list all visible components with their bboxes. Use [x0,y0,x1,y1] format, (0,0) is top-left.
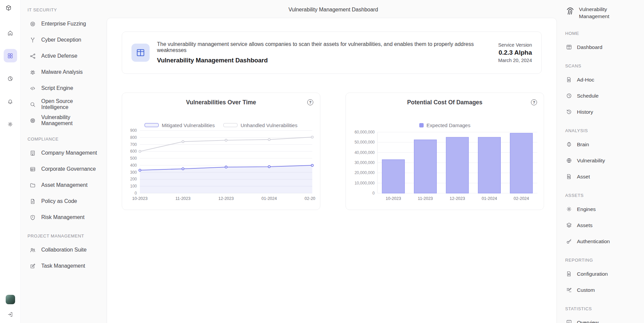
section-header: HOME [565,31,644,36]
nav-item-ad-hoc[interactable]: Ad-Hoc [565,72,644,88]
chart-header: Potential Cost Of Damages ? [351,99,538,106]
sidebar-item-collaboration-suite[interactable]: Collaboration Suite [27,242,101,258]
svg-text:400: 400 [130,163,137,168]
help-icon[interactable]: ? [307,99,313,105]
pie-chart-icon[interactable] [4,72,17,85]
sidebar-item-corporate-governance[interactable]: Corporate Governance [27,161,101,177]
settings-gear-icon[interactable] [4,117,17,131]
nav-item-schedule[interactable]: Schedule [565,88,644,104]
nav-item-label: Schedule [577,93,599,99]
gear-icon [566,206,572,212]
nav-item-engines[interactable]: Engines [565,201,644,217]
rail-bottom [4,295,16,320]
target-rings-icon [30,117,36,124]
nav-item-label: Overview [577,320,599,323]
sidebar-item-label: Policy as Code [41,198,77,204]
svg-text:0: 0 [372,191,375,196]
sidebar-item-asset-management[interactable]: Asset Management [27,177,101,193]
svg-text:40,000,000: 40,000,000 [355,150,375,155]
svg-text:02-2024: 02-2024 [305,196,315,201]
page-title: Vulnerability Management Dashboard [105,0,562,18]
logout-glyph [7,311,13,318]
sidebar-item-label: Collaboration Suite [41,247,87,253]
user-avatar[interactable] [6,295,15,304]
svg-text:300: 300 [130,170,137,175]
banner-description: The vulnerability management service all… [157,41,491,53]
app-root: IT SECURITY Enterprise Fuzzing Cyber Dec… [0,0,644,323]
svg-text:12-2023: 12-2023 [218,196,234,201]
section-header: ANALYSIS [565,128,644,133]
table-icon [30,166,36,172]
help-icon[interactable]: ? [531,99,537,105]
nav-item-label: History [577,109,593,115]
nav-item-asset[interactable]: Asset [565,169,644,185]
section-header: PROJECT MANAGEMENT [28,233,101,238]
svg-text:0: 0 [135,191,137,196]
sidebar-item-label: Enterprise Fuzzing [41,21,86,27]
nav-item-overview[interactable]: Overview [565,315,644,323]
sidebar-item-vulnerability-management[interactable]: Vulnerability Management [27,112,101,128]
content-card: The vulnerability management service all… [107,18,557,323]
section-header: ASSETS [565,193,644,198]
sidebar-item-open-source-intelligence[interactable]: Open Source Intelligence [27,96,101,112]
globe-icon [566,157,572,164]
dashboard-grid-icon[interactable] [4,49,17,62]
nav-item-dashboard[interactable]: Dashboard [565,39,644,55]
nav-item-configuration[interactable]: Configuration [565,266,644,282]
sidebar-item-company-management[interactable]: Company Management [27,145,101,161]
pie-glyph [7,75,13,82]
brand-title: Vulnerability Management [579,6,619,20]
grid-glyph [7,53,13,59]
nav-item-brain[interactable]: Brain [565,137,644,153]
svg-text:30,000,000: 30,000,000 [355,160,375,165]
svg-text:700: 700 [130,142,137,147]
svg-text:800: 800 [130,135,137,140]
nav-item-history[interactable]: History [565,104,644,120]
dashboard-columns-icon [566,44,572,50]
sidebar-item-cyber-deception[interactable]: Cyber Deception [27,32,101,48]
nav-item-assets[interactable]: Assets [565,217,644,233]
nav-item-authentication[interactable]: Authentication [565,233,644,250]
section-header: REPORTING [565,258,644,263]
service-version-label: Service Version [498,42,532,48]
gear-glyph [7,121,13,127]
notifications-bell-icon[interactable] [4,95,17,108]
edit-icon [30,263,36,269]
sidebar-item-policy-as-code[interactable]: Policy as Code [27,193,101,209]
nav-item-label: Dashboard [577,44,602,50]
pen-icon [566,287,572,293]
bar-chart-card: Potential Cost Of Damages ? Expected Dam… [345,93,544,210]
sidebar-item-task-management[interactable]: Task Management [27,258,101,274]
svg-text:10,000,000: 10,000,000 [355,181,375,185]
banner-title: Vulnerability Management Dashboard [157,57,491,64]
sidebar-section-it-security: IT SECURITY Enterprise Fuzzing Cyber Dec… [27,7,101,128]
home-icon[interactable] [4,26,17,40]
nav-item-label: Asset [577,174,590,180]
folder-icon [30,182,36,189]
layers-icon [566,222,572,228]
main-content: Vulnerability Management Dashboard The v… [105,0,562,323]
service-version-block: Service Version 0.2.3 Alpha March 20, 20… [498,42,532,63]
line-chart-legend: Mitigated Vulnerabilities Unhandled Vuln… [127,122,315,128]
nav-item-vulnerability[interactable]: Vulnerability [565,153,644,169]
nav-item-custom[interactable]: Custom [565,282,644,298]
search-icon [30,101,36,108]
sidebar-item-risk-management[interactable]: Risk Management [27,209,101,225]
clock-icon [566,93,572,99]
target-icon [30,21,36,27]
sidebar-item-active-defense[interactable]: Active Defense [27,48,101,64]
sidebar-item-malware-analysis[interactable]: Malware Analysis [27,64,101,80]
nav-item-label: Engines [577,206,596,212]
nav-section-reporting: REPORTING Configuration Custom [565,258,644,298]
legend-item: Expected Damages [419,122,471,128]
svg-text:900: 900 [130,128,137,133]
sidebar-item-label: Script Engine [41,85,73,91]
logout-icon[interactable] [4,308,16,320]
home-glyph [7,30,13,36]
sidebar-section-project-management: PROJECT MANAGEMENT Collaboration Suite T… [27,233,101,274]
sidebar-item-script-engine[interactable]: Script Engine [27,80,101,96]
nav-item-label: Vulnerability [577,158,605,164]
app-logo-icon[interactable] [5,5,15,15]
icon-rail [0,0,21,323]
sidebar-item-enterprise-fuzzing[interactable]: Enterprise Fuzzing [27,16,101,32]
